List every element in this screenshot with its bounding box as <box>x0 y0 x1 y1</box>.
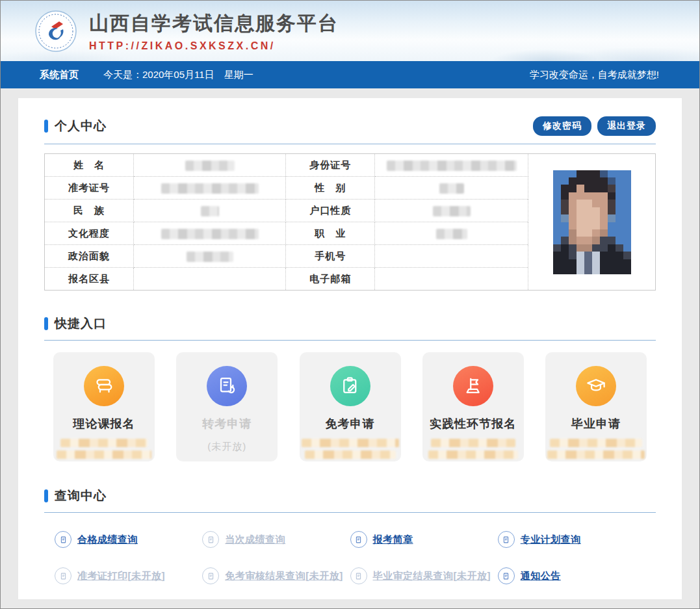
brand-block: 山西自学考试信息服务平台 HTTP://ZIKAO.SXKSZX.CN/ <box>89 10 339 52</box>
doc-icon <box>498 567 515 584</box>
section-divider <box>44 144 656 144</box>
field-value <box>133 154 286 177</box>
site-title: 山西自学考试信息服务平台 <box>89 10 339 37</box>
redacted-value <box>436 229 467 239</box>
field-value <box>375 177 528 200</box>
field-label: 民 族 <box>45 200 134 222</box>
redacted-value <box>185 161 235 171</box>
card-title: 转考申请 <box>176 416 278 432</box>
field-label: 职 业 <box>286 222 375 245</box>
site-banner: 山西自学考试信息服务平台 HTTP://ZIKAO.SXKSZX.CN/ <box>1 1 699 61</box>
redacted-value <box>57 450 151 459</box>
nav-date-text: 今天是：2020年05月11日 星期一 <box>103 69 253 81</box>
redacted-value <box>305 450 396 459</box>
redacted-value <box>428 450 518 459</box>
field-value <box>133 268 286 291</box>
profile-section-title: 个人中心 <box>55 118 107 135</box>
field-value <box>375 222 528 245</box>
query-links: 合格成绩查询当次成绩查询报考简章专业计划查询准考证打印[未开放]免考审核结果查询… <box>44 530 656 584</box>
field-value <box>133 222 286 245</box>
redacted-value <box>161 229 259 239</box>
query-link-label: 免考审核结果查询[未开放] <box>225 570 343 582</box>
field-label: 姓 名 <box>45 154 134 177</box>
query-link[interactable]: 专业计划查询 <box>498 531 645 548</box>
query-link-label: 专业计划查询 <box>521 534 581 546</box>
query-link-label: 当次成绩查询 <box>225 534 285 546</box>
doc-icon <box>350 531 367 548</box>
field-value <box>375 245 528 268</box>
id-photo-cell <box>528 154 656 291</box>
quick-entry-card[interactable]: 免考申请 <box>300 352 401 461</box>
redacted-value <box>439 183 464 194</box>
query-center-section-header: 查询中心 <box>44 487 656 504</box>
quick-entry-card[interactable]: 毕业申请 <box>545 352 647 461</box>
flag-icon <box>453 366 493 406</box>
clipboard-pencil-icon <box>330 366 370 406</box>
doc-icon <box>498 531 515 548</box>
query-link[interactable]: 报考简章 <box>350 531 498 548</box>
query-link-label: 毕业审定结果查询[未开放] <box>373 570 491 582</box>
doc-icon <box>55 531 71 548</box>
redacted-value <box>302 439 399 447</box>
card-redacted-dates <box>545 439 647 459</box>
doc-icon <box>55 567 71 584</box>
table-row: 姓 名身份证号 <box>45 154 656 177</box>
query-link-label: 通知公告 <box>521 570 561 582</box>
field-label: 户口性质 <box>286 200 375 222</box>
redacted-value <box>161 183 259 194</box>
quick-entry-card[interactable]: 实践性环节报名 <box>422 352 524 461</box>
books-icon <box>84 366 124 406</box>
query-link[interactable]: 通知公告 <box>498 567 645 584</box>
field-label: 准考证号 <box>45 177 134 200</box>
quick-entry-cards: 理论课报名转考申请(未开放)免考申请实践性环节报名毕业申请 <box>44 352 656 461</box>
nav-item-home[interactable]: 系统首页 <box>40 69 79 81</box>
redacted-value <box>187 252 233 262</box>
field-label: 身份证号 <box>286 154 375 177</box>
query-link: 当次成绩查询 <box>202 531 350 548</box>
profile-section-header: 个人中心 修改密码 退出登录 <box>44 116 656 136</box>
query-link: 毕业审定结果查询[未开放] <box>350 567 498 584</box>
redacted-value <box>431 439 515 447</box>
field-value <box>133 200 286 222</box>
card-subtitle: (未开放) <box>176 441 278 453</box>
change-password-button[interactable]: 修改密码 <box>533 116 591 136</box>
quick-entry-section-header: 快捷入口 <box>44 315 656 332</box>
query-link-label: 报考简章 <box>373 534 413 546</box>
redacted-value <box>60 439 148 447</box>
id-photo <box>553 170 631 274</box>
main-navbar: 系统首页 今天是：2020年05月11日 星期一 学习改变命运，自考成就梦想! <box>1 61 699 88</box>
card-redacted-dates <box>300 439 401 459</box>
field-value <box>133 245 286 268</box>
redacted-value <box>550 439 642 447</box>
section-bar-icon <box>44 489 48 502</box>
card-redacted-dates <box>53 439 155 459</box>
field-label: 政治面貌 <box>45 245 134 268</box>
doc-icon <box>202 567 219 584</box>
logout-button[interactable]: 退出登录 <box>597 116 656 136</box>
card-title: 毕业申请 <box>545 416 647 432</box>
query-link-label: 合格成绩查询 <box>77 534 138 546</box>
card-title: 理论课报名 <box>53 416 155 432</box>
query-link[interactable]: 合格成绩查询 <box>55 531 202 548</box>
quick-entry-card[interactable]: 理论课报名 <box>53 352 155 461</box>
query-link: 准考证打印[未开放] <box>55 567 202 584</box>
main-panel: 个人中心 修改密码 退出登录 姓 名身份证号准考证号性 别民 族户口性质文化程度… <box>18 98 682 599</box>
field-label: 手机号 <box>286 245 375 268</box>
nav-slogan-text: 学习改变命运，自考成就梦想! <box>530 69 659 81</box>
card-title: 免考申请 <box>300 416 401 432</box>
site-logo-icon <box>34 10 77 53</box>
doc-icon <box>202 531 219 548</box>
graduation-cap-icon <box>576 366 616 406</box>
profile-table-body: 姓 名身份证号准考证号性 别民 族户口性质文化程度职 业政治面貌手机号报名区县电… <box>45 154 656 291</box>
redacted-value <box>201 206 219 216</box>
field-value <box>375 268 528 291</box>
field-label: 文化程度 <box>45 222 134 245</box>
card-title: 实践性环节报名 <box>422 416 524 432</box>
field-label: 报名区县 <box>45 268 134 291</box>
card-redacted-dates <box>422 439 524 459</box>
redacted-value <box>547 450 645 459</box>
redacted-value <box>433 206 471 216</box>
section-bar-icon <box>44 120 48 133</box>
section-bar-icon <box>44 317 48 330</box>
redacted-value <box>387 161 517 171</box>
